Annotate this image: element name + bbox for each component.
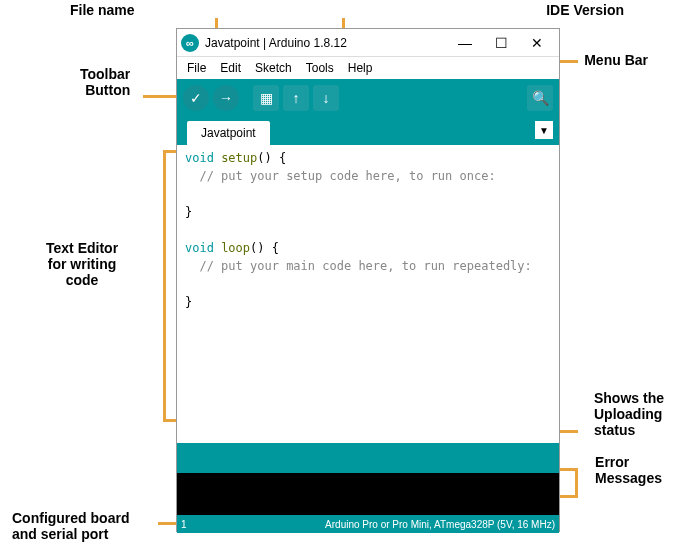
callout-line xyxy=(558,468,578,498)
code-text: () { xyxy=(257,151,286,165)
menu-tools[interactable]: Tools xyxy=(300,59,340,77)
chevron-down-icon: ▼ xyxy=(539,125,549,136)
maximize-button[interactable]: ☐ xyxy=(483,31,519,55)
callout-line xyxy=(143,95,179,98)
upload-button[interactable]: → xyxy=(213,85,239,111)
titlebar[interactable]: Javatpoint | Arduino 1.8.12 — ☐ ✕ xyxy=(177,29,559,57)
callout-line xyxy=(558,430,578,433)
annotation-menubar: Menu Bar xyxy=(584,52,648,68)
toolbar: ✓ → ▦ ↑ ↓ 🔍 xyxy=(177,79,559,117)
annotation-upload-status: Shows the Uploading status xyxy=(594,390,664,438)
code-editor[interactable]: void setup() { // put your setup code he… xyxy=(177,145,559,443)
line-number: 1 xyxy=(181,519,187,530)
sketch-tab[interactable]: Javatpoint xyxy=(187,121,270,145)
code-text: () { xyxy=(250,241,279,255)
arrow-right-icon: → xyxy=(219,90,233,106)
check-icon: ✓ xyxy=(190,90,202,106)
new-button[interactable]: ▦ xyxy=(253,85,279,111)
annotation-error-messages: Error Messages xyxy=(595,454,662,486)
status-bar xyxy=(177,443,559,473)
code-function: loop xyxy=(221,241,250,255)
code-text: } xyxy=(185,205,192,219)
code-keyword: void xyxy=(185,151,214,165)
error-console[interactable] xyxy=(177,473,559,515)
menu-edit[interactable]: Edit xyxy=(214,59,247,77)
tab-bar: Javatpoint ▼ xyxy=(177,117,559,145)
menu-file[interactable]: File xyxy=(181,59,212,77)
code-text: } xyxy=(185,295,192,309)
menu-sketch[interactable]: Sketch xyxy=(249,59,298,77)
menu-help[interactable]: Help xyxy=(342,59,379,77)
board-info: Arduino Pro or Pro Mini, ATmega328P (5V,… xyxy=(325,519,555,530)
verify-button[interactable]: ✓ xyxy=(183,85,209,111)
serial-monitor-button[interactable]: 🔍 xyxy=(527,85,553,111)
callout-line xyxy=(163,150,177,422)
annotation-filename: File name xyxy=(70,2,135,18)
code-keyword: void xyxy=(185,241,214,255)
magnifier-icon: 🔍 xyxy=(532,90,549,106)
open-button[interactable]: ↑ xyxy=(283,85,309,111)
menubar: File Edit Sketch Tools Help xyxy=(177,57,559,79)
arrow-down-icon: ↓ xyxy=(323,90,330,106)
annotation-ide-version: IDE Version xyxy=(546,2,624,18)
annotation-toolbar: Toolbar Button xyxy=(80,66,130,98)
arduino-logo-icon xyxy=(181,34,199,52)
ide-window: Javatpoint | Arduino 1.8.12 — ☐ ✕ File E… xyxy=(176,28,560,532)
close-button[interactable]: ✕ xyxy=(519,31,555,55)
save-button[interactable]: ↓ xyxy=(313,85,339,111)
code-function: setup xyxy=(221,151,257,165)
code-comment: // put your main code here, to run repea… xyxy=(185,259,532,273)
arrow-up-icon: ↑ xyxy=(293,90,300,106)
callout-line xyxy=(158,522,178,525)
tab-dropdown-button[interactable]: ▼ xyxy=(535,121,553,139)
annotation-text-editor: Text Editor for writing code xyxy=(46,240,118,288)
annotation-board-port: Configured board and serial port xyxy=(12,510,129,542)
code-comment: // put your setup code here, to run once… xyxy=(185,169,496,183)
file-icon: ▦ xyxy=(260,90,273,106)
footer-bar: 1 Arduino Pro or Pro Mini, ATmega328P (5… xyxy=(177,515,559,533)
window-title: Javatpoint | Arduino 1.8.12 xyxy=(205,36,447,50)
minimize-button[interactable]: — xyxy=(447,31,483,55)
